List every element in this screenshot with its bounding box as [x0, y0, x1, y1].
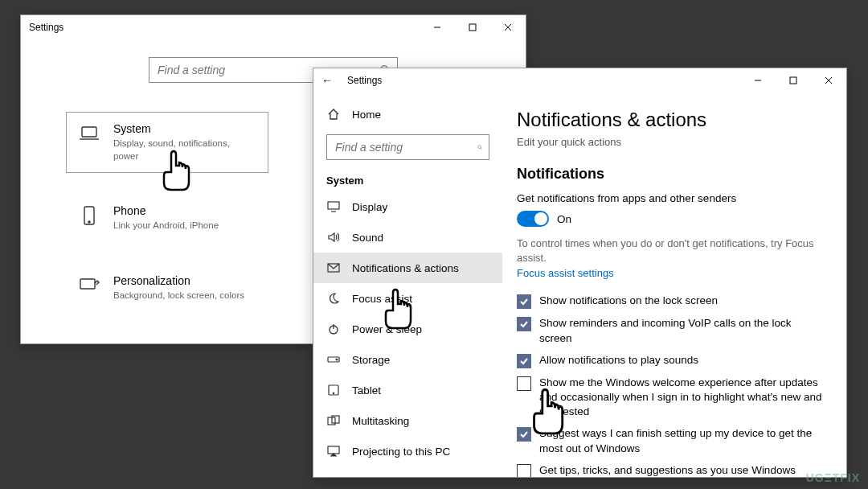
- sidebar-item-sound[interactable]: Sound: [313, 222, 502, 253]
- page-title: Notifications & actions: [517, 109, 824, 131]
- notifications-toggle[interactable]: [517, 211, 549, 227]
- category-subtitle: Link your Android, iPhone: [113, 220, 219, 232]
- sidebar: Home System Display Sound Notifications …: [313, 92, 502, 477]
- checkbox-label: Get tips, tricks, and suggestions as you…: [539, 463, 796, 477]
- checkbox-row: Allow notifications to play sounds: [517, 353, 824, 368]
- phone-icon: [78, 204, 100, 227]
- checkbox-label: Show me the Windows welcome experience a…: [539, 376, 824, 420]
- settings-system-window: ← Settings Home System Display: [313, 68, 847, 478]
- focus-assist-hint: To control times when you do or don't ge…: [517, 236, 824, 265]
- checkbox-label: Show notifications on the lock screen: [539, 294, 718, 308]
- quick-actions-link[interactable]: Edit your quick actions: [517, 136, 824, 148]
- content-pane: Notifications & actions Edit your quick …: [502, 92, 846, 477]
- sidebar-item-display[interactable]: Display: [313, 191, 502, 222]
- category-personalization[interactable]: Personalization Background, lock screen,…: [66, 264, 268, 313]
- sidebar-item-label: Storage: [352, 354, 390, 366]
- category-title: Personalization: [113, 274, 244, 287]
- toggle-state: On: [557, 213, 571, 225]
- storage-icon: [326, 355, 341, 364]
- focus-icon: [326, 292, 341, 305]
- svg-rect-1: [469, 24, 476, 31]
- svg-rect-28: [328, 446, 339, 454]
- titlebar: Settings: [21, 15, 526, 39]
- category-subtitle: Background, lock screen, colors: [113, 290, 244, 302]
- window-title: Settings: [29, 22, 63, 33]
- watermark: UGΞTFIX: [806, 471, 860, 484]
- checkbox[interactable]: [517, 354, 531, 368]
- close-button[interactable]: [811, 68, 846, 92]
- sidebar-item-storage[interactable]: Storage: [313, 344, 502, 375]
- category-subtitle: Display, sound, notifications, power: [113, 138, 256, 162]
- section-heading: Notifications: [517, 166, 824, 183]
- notify-icon: [326, 262, 341, 273]
- checkbox-row: Show notifications on the lock screen: [517, 294, 824, 309]
- checkbox-label: Show reminders and incoming VoIP calls o…: [539, 316, 824, 345]
- titlebar: ← Settings: [313, 68, 846, 92]
- category-title: Phone: [113, 204, 219, 217]
- svg-point-15: [478, 146, 481, 149]
- svg-point-9: [88, 221, 90, 223]
- sidebar-item-focus[interactable]: Focus assist: [313, 283, 502, 314]
- svg-line-16: [481, 148, 482, 150]
- sidebar-item-label: Notifications & actions: [352, 262, 459, 274]
- back-button[interactable]: ←: [321, 74, 333, 87]
- project-icon: [326, 446, 341, 457]
- sidebar-item-tablet[interactable]: Tablet: [313, 375, 502, 405]
- sidebar-item-home[interactable]: Home: [313, 99, 502, 129]
- sidebar-item-label: Home: [352, 109, 381, 121]
- checkbox-row: Show me the Windows welcome experience a…: [517, 376, 824, 420]
- focus-assist-link[interactable]: Focus assist settings: [517, 267, 824, 279]
- category-system[interactable]: System Display, sound, notifications, po…: [66, 112, 268, 173]
- laptop-icon: [78, 122, 100, 145]
- home-icon: [326, 108, 341, 121]
- sidebar-item-label: Tablet: [352, 384, 381, 397]
- checkbox[interactable]: [517, 317, 531, 331]
- sound-icon: [326, 232, 341, 243]
- sidebar-item-multitasking[interactable]: Multitasking: [313, 405, 502, 436]
- svg-point-23: [336, 359, 338, 360]
- window-title: Settings: [347, 75, 382, 86]
- sidebar-item-power[interactable]: Power & sleep: [313, 314, 502, 344]
- checkbox[interactable]: [517, 427, 531, 442]
- search-icon: [477, 142, 482, 153]
- sidebar-item-projecting[interactable]: Projecting to this PC: [313, 436, 502, 466]
- sidebar-item-label: Projecting to this PC: [352, 446, 450, 458]
- sidebar-item-notifications[interactable]: Notifications & actions: [313, 253, 502, 283]
- sidebar-item-label: Multitasking: [352, 415, 409, 427]
- checkbox-row: Suggest ways I can finish setting up my …: [517, 426, 824, 455]
- personalize-icon: [78, 274, 100, 297]
- svg-rect-17: [328, 202, 339, 209]
- multi-icon: [326, 415, 341, 426]
- category-title: System: [113, 122, 256, 135]
- maximize-button[interactable]: [776, 68, 811, 92]
- window-controls: [420, 15, 526, 39]
- tablet-icon: [326, 384, 341, 396]
- sidebar-heading: System: [313, 168, 502, 191]
- sidebar-search[interactable]: [326, 134, 489, 160]
- svg-rect-12: [790, 77, 796, 84]
- checkbox-row: Show reminders and incoming VoIP calls o…: [517, 316, 824, 345]
- checkbox[interactable]: [517, 294, 531, 309]
- svg-rect-6: [82, 127, 96, 137]
- category-phone[interactable]: Phone Link your Android, iPhone: [66, 194, 268, 243]
- sidebar-search-input[interactable]: [335, 141, 477, 154]
- sidebar-item-label: Focus assist: [352, 293, 412, 305]
- checkbox-row: Get tips, tricks, and suggestions as you…: [517, 463, 824, 477]
- checkbox[interactable]: [517, 464, 531, 477]
- minimize-button[interactable]: [420, 15, 455, 39]
- toggle-label: Get notifications from apps and other se…: [517, 192, 824, 204]
- sidebar-item-label: Display: [352, 201, 387, 213]
- close-button[interactable]: [490, 15, 526, 39]
- svg-point-25: [333, 392, 334, 393]
- minimize-button[interactable]: [740, 68, 776, 92]
- display-icon: [326, 201, 341, 212]
- checkbox-label: Suggest ways I can finish setting up my …: [539, 426, 824, 455]
- sidebar-item-label: Sound: [352, 232, 383, 244]
- power-icon: [326, 323, 341, 335]
- window-controls: [740, 68, 846, 92]
- maximize-button[interactable]: [455, 15, 490, 39]
- svg-rect-10: [80, 279, 95, 289]
- checkbox-label: Allow notifications to play sounds: [539, 353, 698, 368]
- checkbox[interactable]: [517, 376, 531, 391]
- sidebar-item-label: Power & sleep: [352, 323, 422, 335]
